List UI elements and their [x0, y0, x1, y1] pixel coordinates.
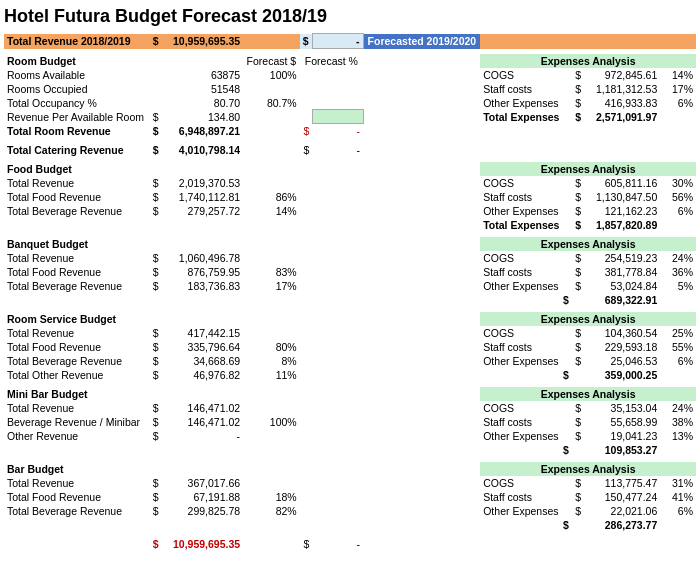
total-occ-pct: 80.7%: [243, 96, 300, 110]
dollar-sign-1: $: [150, 34, 162, 49]
rev-per-room-label: Revenue Per Available Room: [4, 110, 150, 124]
other-bar-val: 22,021.06: [584, 504, 660, 518]
minibar-total-rev-val: 146,471.02: [162, 401, 243, 415]
dollar-sign-input: $: [300, 34, 313, 49]
minibar-other-label: Other Revenue: [4, 429, 150, 443]
other-banquet-val: 53,024.84: [584, 279, 660, 293]
staff-banquet-pct: 36%: [660, 265, 696, 279]
total-expenses-banquet-val: 689,322.91: [584, 293, 660, 307]
staff-food-pct: 56%: [660, 190, 696, 204]
cogs-room-val: 972,845.61: [584, 68, 660, 82]
other-room-val: 416,933.83: [584, 96, 660, 110]
forecast-pct-header: Forecast %: [300, 54, 363, 68]
rooms-available-val: 63875: [162, 68, 243, 82]
cogs-room-pct: 14%: [660, 68, 696, 82]
forecast-col-header: Forecast $: [243, 54, 300, 68]
staff-bar-label: Staff costs: [480, 490, 572, 504]
other-room-label: Other Expenses: [480, 96, 572, 110]
total-revenue-value: 10,959,695.35: [162, 34, 243, 49]
rooms-available-label: Rooms Available: [4, 68, 150, 82]
total-expenses-room-val: 2,571,091.97: [584, 110, 660, 124]
catering-val: 4,010,798.14: [162, 143, 243, 157]
bar-food-rev-label: Total Food Revenue: [4, 490, 150, 504]
other-food-pct: 6%: [660, 204, 696, 218]
cogs-bar-pct: 31%: [660, 476, 696, 490]
other-bar-label: Other Expenses: [480, 504, 572, 518]
cogs-rs-label: COGS: [480, 326, 572, 340]
banquet-budget-header: Banquet Budget: [4, 237, 150, 251]
other-rs-label: Other Expenses: [480, 354, 572, 368]
staff-bar-pct: 41%: [660, 490, 696, 504]
cogs-food-val: 605,811.16: [584, 176, 660, 190]
food-food-rev-val: 1,740,112.81: [162, 190, 243, 204]
other-rs-val: 25,046.53: [584, 354, 660, 368]
expenses-analysis-food-header: Expenses Analysis: [480, 162, 696, 176]
rs-food-pct: 80%: [243, 340, 300, 354]
rs-total-rev-label: Total Revenue: [4, 326, 150, 340]
page-title: Hotel Futura Budget Forecast 2018/19: [4, 6, 696, 27]
total-expenses-rs-val: 359,000.25: [584, 368, 660, 382]
staff-minibar-label: Staff costs: [480, 415, 572, 429]
food-food-rev-label: Total Food Revenue: [4, 190, 150, 204]
cogs-minibar-val: 35,153.04: [584, 401, 660, 415]
bar-food-rev-val: 67,191.88: [162, 490, 243, 504]
other-minibar-val: 19,041.23: [584, 429, 660, 443]
total-room-rev-label: Total Room Revenue: [4, 124, 150, 139]
rooms-occupied-val: 51548: [162, 82, 243, 96]
expenses-analysis-bar-header: Expenses Analysis: [480, 462, 696, 476]
rev-per-room-input[interactable]: [312, 110, 363, 124]
staff-banquet-label: Staff costs: [480, 265, 572, 279]
minibar-total-rev-label: Total Revenue: [4, 401, 150, 415]
total-room-rev-val: 6,948,897.21: [162, 124, 243, 139]
expenses-analysis-rs-header: Expenses Analysis: [480, 312, 696, 326]
staff-room-val: 1,181,312.53: [584, 82, 660, 96]
bar-bev-rev-val: 299,825.78: [162, 504, 243, 518]
banquet-bev-pct: 17%: [243, 279, 300, 293]
expenses-analysis-room-header: Expenses Analysis: [480, 54, 696, 68]
banquet-food-rev-label: Total Food Revenue: [4, 265, 150, 279]
minibar-bev-val: 146,471.02: [162, 415, 243, 429]
staff-banquet-val: 381,778.84: [584, 265, 660, 279]
banquet-total-rev-label: Total Revenue: [4, 251, 150, 265]
banquet-food-rev-val: 876,759.95: [162, 265, 243, 279]
bar-bev-rev-label: Total Beverage Revenue: [4, 504, 150, 518]
other-minibar-label: Other Expenses: [480, 429, 572, 443]
staff-rs-label: Staff costs: [480, 340, 572, 354]
other-banquet-pct: 5%: [660, 279, 696, 293]
cogs-room-label: COGS: [480, 68, 572, 82]
staff-rs-val: 229,593.18: [584, 340, 660, 354]
other-room-pct: 6%: [660, 96, 696, 110]
bar-bev-pct: 82%: [243, 504, 300, 518]
staff-room-pct: 17%: [660, 82, 696, 96]
food-total-rev-val: 2,019,370.53: [162, 176, 243, 190]
cogs-food-label: COGS: [480, 176, 572, 190]
banquet-food-pct: 83%: [243, 265, 300, 279]
staff-food-val: 1,130,847.50: [584, 190, 660, 204]
food-bev-rev-label: Total Beverage Revenue: [4, 204, 150, 218]
staff-minibar-val: 55,658.99: [584, 415, 660, 429]
cogs-rs-val: 104,360.54: [584, 326, 660, 340]
rs-bev-pct: 8%: [243, 354, 300, 368]
bar-food-pct: 18%: [243, 490, 300, 504]
minibar-other-val: -: [162, 429, 243, 443]
cogs-banquet-label: COGS: [480, 251, 572, 265]
bar-total-rev-val: 367,017.66: [162, 476, 243, 490]
cogs-food-pct: 30%: [660, 176, 696, 190]
cogs-banquet-val: 254,519.23: [584, 251, 660, 265]
rs-other-pct: 11%: [243, 368, 300, 382]
other-minibar-pct: 13%: [660, 429, 696, 443]
bar-budget-header: Bar Budget: [4, 462, 150, 476]
bar-total-rev-label: Total Revenue: [4, 476, 150, 490]
cogs-banquet-pct: 24%: [660, 251, 696, 265]
rs-bev-rev-label: Total Beverage Revenue: [4, 354, 150, 368]
staff-minibar-pct: 38%: [660, 415, 696, 429]
catering-label: Total Catering Revenue: [4, 143, 150, 157]
total-expenses-food-val: 1,857,820.89: [584, 218, 660, 232]
minibar-bev-pct: 100%: [243, 415, 300, 429]
forecast-input-cell[interactable]: -: [312, 34, 363, 49]
staff-room-label: Staff costs: [480, 82, 572, 96]
rs-food-rev-label: Total Food Revenue: [4, 340, 150, 354]
room-service-header: Room Service Budget: [4, 312, 150, 326]
rs-other-rev-val: 46,976.82: [162, 368, 243, 382]
expenses-analysis-banquet-header: Expenses Analysis: [480, 237, 696, 251]
